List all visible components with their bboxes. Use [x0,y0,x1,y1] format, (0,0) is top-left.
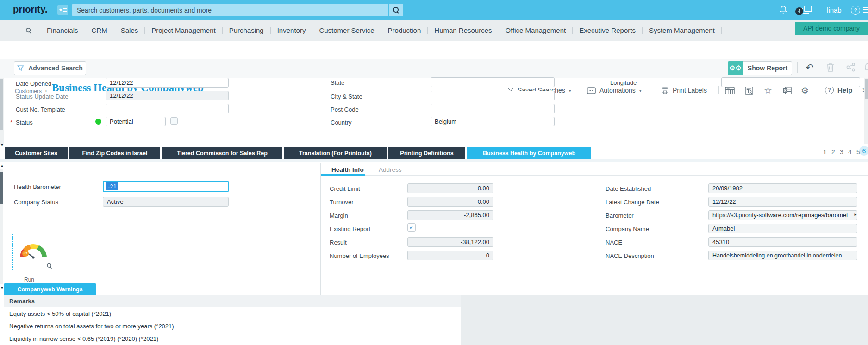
funnel-icon [17,65,24,72]
table-view-button[interactable] [725,86,735,95]
status-update-date-input[interactable] [106,91,229,100]
company-status-input[interactable] [103,197,229,207]
nav-item-executive-reports[interactable]: Executive Reports [573,26,642,34]
table-icon [725,86,735,95]
tab-health-info[interactable]: Health Info [331,166,364,173]
top-bar: priority. ★ 4 linab ? [0,0,868,20]
longitude-input[interactable] [721,77,860,87]
notifications-button[interactable] [779,5,788,14]
field-label: Company Status [14,199,58,206]
field-label: NACE [606,239,622,246]
help-button-topbar[interactable]: ? [851,6,860,15]
field-label: State [331,79,344,86]
tab-translation[interactable]: Translation (For Printouts) [284,147,387,159]
excel-export-button[interactable] [782,86,792,95]
document-search-button[interactable] [744,86,754,95]
form-scrollbar-right[interactable] [864,78,868,144]
tab-tiered-commission[interactable]: Tiered Commisson for Sales Rep [162,147,282,159]
search-button[interactable] [388,4,403,16]
share-icon [846,63,856,72]
field-label: Number of Employees [330,252,389,259]
truncation-arrow-icon[interactable]: ► [854,213,857,217]
date-opened-input[interactable] [106,78,229,88]
global-search-input[interactable] [72,4,396,16]
company-name-input[interactable] [708,224,857,233]
cust-no-template-input[interactable] [106,104,229,113]
company-badge[interactable]: API demo company [795,22,868,35]
state-input[interactable] [431,77,555,87]
app-window: priority. ★ 4 linab ? Financials CRM Sal… [0,0,868,345]
credit-limit-input[interactable] [407,183,493,193]
companyweb-warnings-button[interactable]: Companyweb Warnings [4,283,96,295]
post-code-input[interactable] [431,104,555,113]
subform-scrollbar[interactable] [0,169,3,284]
tab-customer-sites[interactable]: Customer Sites [5,147,68,159]
nav-item-office-management[interactable]: Office Management [499,26,573,34]
nav-item-system-management[interactable]: System Management [643,26,721,34]
tab-address[interactable]: Address [379,166,402,173]
field-label: Company Name [606,226,649,232]
remarks-header: Remarks [4,295,461,307]
subform-scroll-down[interactable]: ▼ [0,286,4,289]
nav-search-icon[interactable] [26,28,31,33]
subform-scroll-up[interactable]: ▲ [0,164,4,167]
gear-icon: ⚙ [801,86,809,95]
form-scrollbar-left[interactable] [0,78,4,145]
employees-input[interactable] [407,251,493,260]
turnover-input[interactable] [407,197,493,207]
favorites-list-icon[interactable]: ★ [57,5,68,15]
health-barometer-field[interactable]: -21 [103,181,229,192]
nav-item-crm[interactable]: CRM [85,26,114,34]
remark-row[interactable]: Liquidity in narrow sense < 0.65 (°2019)… [4,332,461,345]
share-button[interactable] [846,63,856,72]
delete-button[interactable] [826,63,835,72]
result-input[interactable] [407,237,493,247]
page-2[interactable]: 2 [831,148,835,156]
tab-business-health[interactable]: Business Health by Companyweb [467,147,591,159]
nav-item-customer-service[interactable]: Customer Service [312,26,381,34]
status-input[interactable] [106,117,166,126]
menu-button[interactable] [863,7,868,13]
nav-item-sales[interactable]: Sales [114,26,145,34]
barometer-url-input[interactable] [708,210,857,220]
remark-row[interactable]: Equity assets < 50% of capital (°2021) [4,307,461,320]
page-6-active[interactable]: 6 [859,146,868,156]
undo-button[interactable]: ↶ [806,62,814,73]
page-4[interactable]: 4 [848,148,852,156]
remark-row[interactable]: Negative returns on total assets for two… [4,320,461,332]
nav-item-purchasing[interactable]: Purchasing [223,26,270,34]
country-input[interactable] [431,117,555,126]
nav-item-inventory[interactable]: Inventory [271,26,312,34]
bell-icon [779,5,788,14]
page-3[interactable]: 3 [840,148,843,156]
advanced-search-button[interactable]: Advanced Search [14,61,86,75]
alert-button[interactable] [865,63,868,72]
status-checkbox[interactable] [170,117,178,125]
margin-input[interactable] [407,210,493,220]
page-1[interactable]: 1 [823,148,827,156]
nace-input[interactable] [708,237,857,247]
nav-item-human-resources[interactable]: Human Resources [428,26,498,34]
run-label[interactable]: Run [24,276,34,283]
zoom-gauge-icon[interactable] [47,263,51,268]
print-labels-button[interactable]: Print Labels [661,87,707,94]
nav-item-production[interactable]: Production [381,26,428,34]
nav-item-project-management[interactable]: Project Management [145,26,222,34]
barometer-gauge-widget[interactable]: -21 [12,234,54,270]
module-nav-items: Financials CRM Sales Project Management … [40,26,722,34]
notification-count-badge: 4 [795,7,803,15]
tab-find-zip-codes[interactable]: Find Zip Codes in Israel [69,147,160,159]
tab-printing-definitions[interactable]: Printing Definitions [388,147,465,159]
latest-change-date-input[interactable] [708,197,857,207]
existing-report-checkbox[interactable]: ✓ [407,223,416,232]
show-report-button[interactable]: Show Report [743,61,792,75]
nav-item-financials[interactable]: Financials [40,26,85,34]
nace-description-input[interactable] [708,251,857,260]
username[interactable]: linab [827,6,842,14]
city-state-input[interactable] [431,91,555,100]
report-settings-button[interactable]: ⚙⚙ [728,61,743,75]
date-established-input[interactable] [708,183,857,193]
check-icon: ✓ [409,224,414,231]
automations-button[interactable]: Automations ▾ [587,87,642,94]
tab-scroll-up[interactable]: ▼ [0,144,4,147]
